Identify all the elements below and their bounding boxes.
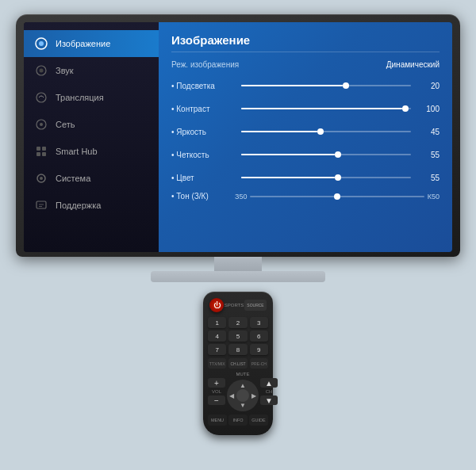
slider-contrast[interactable] [241,108,411,109]
remote-container: ⏻ SPORTS SOURCE 1 2 3 4 5 6 7 8 9 TTX/MI… [203,292,273,435]
sports-label: SPORTS [225,303,244,308]
mute-dpad-block: MUTE ▲ ▼ ◀ ▶ [227,372,259,411]
setting-value-backlight: 20 [417,82,440,90]
btn-5[interactable]: 5 [228,331,247,342]
ch-label: CH [266,389,273,394]
tv-bezel: Изображение Звук [16,14,460,257]
sidebar-item-label: Поддержка [56,201,101,210]
panel-title: Изображение [171,33,440,52]
vol-down-icon: − [214,396,219,405]
btn-9[interactable]: 9 [250,344,268,355]
slider-brightness[interactable] [241,131,411,132]
svg-rect-10 [42,152,46,156]
ttx-button[interactable]: TTX/MIX [208,358,226,369]
dpad-down-icon[interactable]: ▼ [240,402,246,409]
sidebar-item-broadcast[interactable]: Трансляция [24,84,159,111]
ch-list-button[interactable]: CH.LIST [228,358,247,369]
vol-label: VOL [212,389,221,394]
tone-left-value: З50 [235,193,247,201]
dpad[interactable]: ▲ ▼ ◀ ▶ [227,380,259,411]
ch-down-button[interactable]: ▼ [260,395,278,405]
guide-label: GUIDE [251,418,265,422]
prech-button[interactable]: PRE-CH [250,358,268,369]
sidebar-item-label: Трансляция [56,93,104,102]
power-icon: ⏻ [213,301,221,309]
setting-row-backlight: Подсветка 20 [171,77,440,94]
mode-label: Реж. изображения [171,60,239,69]
vol-ch-row: + VOL − MUTE ▲ ▼ ◀ ▶ ▲ CH ▼ [208,372,268,411]
tv-screen: Изображение Звук [24,22,452,252]
tv-stand-neck [214,257,262,271]
svg-point-12 [40,177,43,180]
slider-color[interactable] [241,177,411,178]
info-button[interactable]: INFO [228,415,248,426]
setting-row-sharpness: Четкость 55 [171,146,440,163]
btn-6[interactable]: 6 [250,331,268,342]
info-label: INFO [232,418,243,422]
sidebar-item-label: Сеть [56,120,75,129]
setting-row-brightness: Яркость 45 [171,123,440,140]
system-icon [33,170,49,186]
sidebar-item-network[interactable]: Сеть [24,111,159,138]
sidebar-item-label: Звук [56,66,74,75]
btn-3[interactable]: 3 [250,317,268,328]
sidebar-item-label: Smart Hub [56,147,98,156]
mode-row: Реж. изображения Динамический [171,60,440,69]
sidebar-item-image[interactable]: Изображение [24,30,159,57]
menu-label: MENU [211,418,224,422]
dpad-up-icon[interactable]: ▲ [240,382,246,389]
source-button[interactable]: SOURCE [244,300,267,311]
tone-row: Тон (З/К) З50 К50 [171,192,440,201]
menu-sidebar: Изображение Звук [24,22,159,252]
btn-4[interactable]: 4 [208,331,226,342]
network-icon [33,117,49,132]
setting-value-sharpness: 55 [417,151,440,159]
content-panel: Изображение Реж. изображения Динамически… [159,22,452,252]
btn-1[interactable]: 1 [208,317,226,328]
vol-up-icon: + [214,379,219,388]
vol-up-button[interactable]: + [208,378,225,388]
tone-right-value: К50 [428,193,440,201]
btn-8[interactable]: 8 [228,344,247,355]
power-button[interactable]: ⏻ [209,298,224,312]
guide-button[interactable]: GUIDE [249,415,268,426]
svg-point-3 [40,69,44,73]
setting-label-contrast: Контраст [171,105,235,113]
svg-rect-8 [42,147,46,151]
tone-label: Тон (З/К) [171,192,235,201]
sidebar-item-sound[interactable]: Звук [24,57,159,84]
tone-slider[interactable] [250,196,424,197]
dpad-right-icon[interactable]: ▶ [251,392,256,399]
svg-point-6 [40,123,43,126]
setting-label-brightness: Яркость [171,128,235,136]
setting-row-color: Цвет 55 [171,169,440,186]
remote-top-row: ⏻ SPORTS SOURCE [208,298,268,312]
source-label: SOURCE [247,303,263,308]
image-icon [33,36,49,52]
svg-rect-9 [36,152,40,156]
support-icon [33,197,49,213]
dpad-left-icon[interactable]: ◀ [229,392,234,399]
sidebar-item-smarthub[interactable]: Smart Hub [24,138,159,165]
slider-sharpness[interactable] [241,154,411,155]
setting-value-contrast: 100 [417,105,440,113]
setting-value-color: 55 [417,174,440,182]
setting-label-sharpness: Четкость [171,151,235,159]
btn-7[interactable]: 7 [208,344,226,355]
ch-up-button[interactable]: ▲ [260,378,278,388]
setting-label-backlight: Подсветка [171,82,235,90]
menu-button[interactable]: MENU [208,415,227,426]
svg-point-1 [39,41,44,46]
smarthub-icon [33,143,49,159]
vol-down-button[interactable]: − [208,395,225,405]
bottom-row: MENU INFO GUIDE [208,415,268,426]
dpad-center-button[interactable] [236,389,249,402]
mute-button[interactable]: MUTE [236,372,250,376]
sidebar-item-system[interactable]: Система [24,165,159,192]
sidebar-item-support[interactable]: Поддержка [24,192,159,219]
svg-rect-7 [36,147,40,151]
slider-backlight[interactable] [241,85,411,86]
tv-container: Изображение Звук [16,14,460,282]
remote-control: ⏻ SPORTS SOURCE 1 2 3 4 5 6 7 8 9 TTX/MI… [203,292,273,435]
btn-2[interactable]: 2 [228,317,247,328]
